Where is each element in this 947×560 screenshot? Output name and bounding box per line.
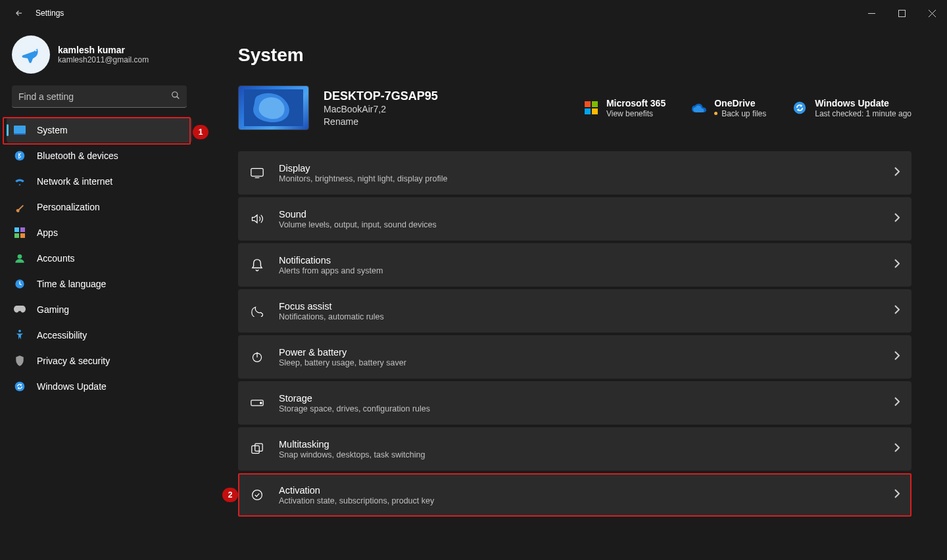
chevron-right-icon bbox=[894, 259, 900, 271]
setting-row-activation[interactable]: ActivationActivation state, subscription… bbox=[238, 473, 911, 517]
apps-icon bbox=[13, 226, 26, 239]
multitask-icon bbox=[250, 442, 264, 456]
close-button[interactable] bbox=[917, 3, 947, 24]
user-block[interactable]: kamlesh kumar kamlesh2011@gmail.com bbox=[3, 26, 196, 85]
window-title: Settings bbox=[36, 9, 64, 18]
setting-row-multitasking[interactable]: MultitaskingSnap windows, desktops, task… bbox=[238, 427, 911, 471]
nav-item-network[interactable]: Network & internet bbox=[7, 169, 192, 194]
maximize-button[interactable] bbox=[886, 3, 917, 24]
extra-onedrive[interactable]: OneDrive Back up files bbox=[692, 98, 766, 118]
update-icon bbox=[13, 380, 26, 393]
sound-icon bbox=[250, 212, 264, 226]
setting-sub: Sleep, battery usage, battery saver bbox=[279, 358, 406, 367]
chevron-right-icon bbox=[894, 305, 900, 317]
nav-label: Privacy & security bbox=[37, 356, 110, 366]
nav-item-accounts[interactable]: Accounts bbox=[7, 246, 192, 271]
setting-row-focus[interactable]: Focus assistNotifications, automatic rul… bbox=[238, 289, 911, 333]
search-input[interactable] bbox=[12, 85, 187, 108]
setting-row-storage[interactable]: StorageStorage space, drives, configurat… bbox=[238, 381, 911, 425]
svg-point-2 bbox=[35, 50, 37, 52]
titlebar: Settings bbox=[0, 0, 947, 26]
nav-item-accessibility[interactable]: Accessibility bbox=[7, 323, 192, 348]
setting-row-sound[interactable]: SoundVolume levels, output, input, sound… bbox=[238, 197, 911, 241]
bluetooth-icon bbox=[13, 149, 26, 162]
extra-title: OneDrive bbox=[714, 98, 766, 108]
chevron-right-icon bbox=[894, 167, 900, 179]
nav-item-system[interactable]: System bbox=[7, 118, 192, 143]
nav-item-gaming[interactable]: Gaming bbox=[7, 297, 192, 322]
storage-icon bbox=[250, 396, 264, 410]
chevron-right-icon bbox=[894, 489, 900, 501]
setting-row-power[interactable]: Power & batterySleep, battery usage, bat… bbox=[238, 335, 911, 379]
search-box bbox=[12, 85, 187, 108]
back-button[interactable] bbox=[9, 3, 29, 23]
extra-windows-update[interactable]: Windows Update Last checked: 1 minute ag… bbox=[792, 98, 911, 118]
nav-label: Windows Update bbox=[37, 381, 107, 392]
wifi-icon bbox=[13, 175, 26, 188]
search-icon bbox=[171, 91, 180, 103]
nav-item-apps[interactable]: Apps bbox=[7, 220, 192, 245]
shield-icon bbox=[13, 354, 26, 367]
person-icon bbox=[13, 252, 26, 265]
nav-label: Time & language bbox=[37, 279, 106, 289]
setting-row-notifications[interactable]: NotificationsAlerts from apps and system bbox=[238, 243, 911, 287]
setting-title: Notifications bbox=[279, 255, 383, 266]
setting-title: Sound bbox=[279, 209, 437, 220]
accessibility-icon bbox=[13, 329, 26, 342]
svg-rect-15 bbox=[585, 101, 591, 107]
nav-label: Apps bbox=[37, 227, 58, 238]
svg-point-13 bbox=[18, 330, 21, 333]
svg-rect-9 bbox=[14, 233, 19, 238]
svg-point-23 bbox=[260, 402, 262, 404]
setting-title: Power & battery bbox=[279, 347, 406, 358]
setting-sub: Notifications, automatic rules bbox=[279, 312, 384, 321]
sidebar: kamlesh kumar kamlesh2011@gmail.com Syst… bbox=[0, 26, 196, 560]
nav-item-personalization[interactable]: Personalization bbox=[7, 195, 192, 220]
status-dot bbox=[714, 112, 717, 115]
device-thumbnail[interactable] bbox=[238, 85, 309, 130]
nav-item-bluetooth[interactable]: Bluetooth & devices bbox=[7, 143, 192, 168]
setting-title: Multitasking bbox=[279, 439, 425, 450]
setting-sub: Volume levels, output, input, sound devi… bbox=[279, 220, 437, 229]
onedrive-icon bbox=[692, 101, 706, 115]
nav-list: System Bluetooth & devices Network & int… bbox=[3, 114, 196, 402]
chevron-right-icon bbox=[894, 351, 900, 363]
svg-point-26 bbox=[253, 490, 262, 500]
system-icon bbox=[13, 124, 26, 137]
device-row: DESKTOP-7GSAP95 MacBookAir7,2 Rename Mic… bbox=[238, 85, 911, 130]
nav-item-privacy[interactable]: Privacy & security bbox=[7, 348, 192, 373]
user-email: kamlesh2011@gmail.com bbox=[58, 55, 149, 64]
annotation-badge-2: 2 bbox=[222, 488, 238, 502]
nav-label: Accounts bbox=[37, 253, 75, 264]
bell-icon bbox=[250, 258, 264, 272]
svg-point-19 bbox=[794, 102, 806, 114]
extra-title: Microsoft 365 bbox=[606, 98, 666, 108]
power-icon bbox=[250, 350, 264, 364]
svg-rect-4 bbox=[14, 126, 26, 133]
setting-row-display[interactable]: DisplayMonitors, brightness, night light… bbox=[238, 151, 911, 195]
rename-link[interactable]: Rename bbox=[324, 116, 438, 127]
setting-title: Focus assist bbox=[279, 301, 384, 312]
svg-rect-5 bbox=[14, 133, 26, 135]
extra-microsoft365[interactable]: Microsoft 365 View benefits bbox=[584, 98, 666, 118]
moon-icon bbox=[250, 304, 264, 318]
device-model: MacBookAir7,2 bbox=[324, 104, 438, 114]
svg-rect-10 bbox=[20, 233, 25, 238]
svg-rect-8 bbox=[20, 227, 25, 232]
setting-sub: Storage space, drives, configuration rul… bbox=[279, 404, 430, 413]
setting-sub: Monitors, brightness, night light, displ… bbox=[279, 174, 447, 183]
user-name: kamlesh kumar bbox=[58, 45, 149, 55]
svg-point-3 bbox=[172, 92, 178, 97]
nav-label: System bbox=[37, 125, 68, 135]
nav-label: Accessibility bbox=[37, 330, 87, 340]
nav-item-time[interactable]: Time & language bbox=[7, 271, 192, 296]
nav-item-update[interactable]: Windows Update bbox=[7, 374, 192, 399]
device-name: DESKTOP-7GSAP95 bbox=[324, 89, 438, 103]
chevron-right-icon bbox=[894, 213, 900, 225]
extra-sub: Back up files bbox=[714, 109, 766, 118]
svg-point-14 bbox=[15, 382, 25, 392]
window-controls bbox=[856, 3, 947, 24]
svg-rect-18 bbox=[592, 108, 598, 114]
minimize-button[interactable] bbox=[856, 3, 886, 24]
svg-point-11 bbox=[18, 254, 22, 259]
